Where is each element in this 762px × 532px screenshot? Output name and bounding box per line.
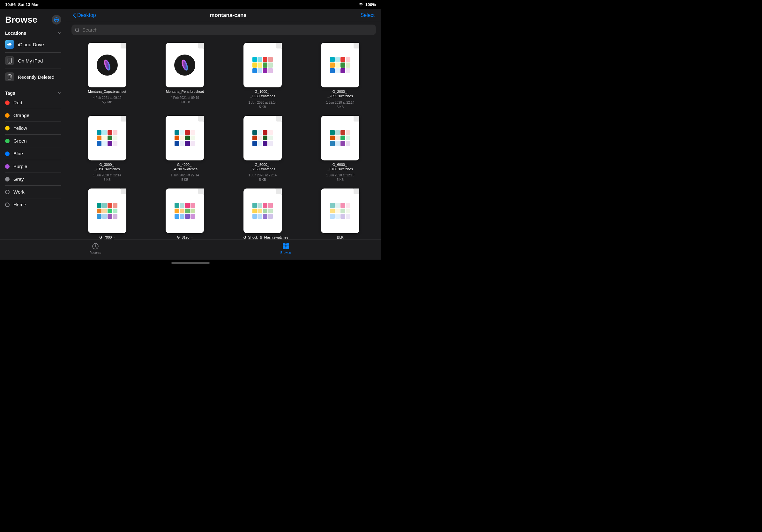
- status-bar: 10:56 Sat 13 Mar 100%: [0, 0, 381, 9]
- file-thumbnail: [329, 127, 351, 149]
- sidebar-item-purple[interactable]: Purple: [0, 161, 66, 172]
- swatch-cell: [113, 130, 117, 135]
- swatch-cell: [97, 130, 102, 135]
- svg-point-1: [55, 20, 56, 20]
- tab-browse[interactable]: Browse: [273, 242, 299, 254]
- sidebar-item-yellow[interactable]: Yellow: [0, 122, 66, 134]
- swatch-cell: [341, 68, 345, 73]
- swatch-cell: [346, 136, 351, 140]
- file-item-1[interactable]: Montana_Caps.brushset 4 Feb 2021 at 09:1…: [71, 43, 143, 109]
- recents-icon: [92, 242, 99, 250]
- swatch-cell: [346, 214, 351, 219]
- yellow-label: Yellow: [13, 125, 27, 131]
- sidebar-item-blue[interactable]: Blue: [0, 148, 66, 159]
- swatch-cell: [253, 141, 257, 146]
- sidebar-item-green[interactable]: Green: [0, 135, 66, 146]
- tab-recents[interactable]: Recents: [83, 242, 108, 254]
- swatch-cell: [97, 209, 102, 213]
- swatch-cell: [341, 130, 345, 135]
- swatch-cell: [102, 209, 107, 213]
- swatch-cell: [346, 68, 351, 73]
- svg-point-3: [57, 20, 58, 20]
- locations-section-header[interactable]: Locations: [0, 28, 66, 37]
- file-name: G_2000_-_2095.swatches: [321, 89, 359, 99]
- swatch-cell: [341, 141, 345, 146]
- swatch-cell: [336, 136, 340, 140]
- swatch-cell: [258, 203, 262, 208]
- swatch-cell: [97, 141, 102, 146]
- search-input[interactable]: [71, 25, 376, 35]
- swatches-thumbnail: [330, 57, 350, 73]
- swatch-cell: [113, 141, 117, 146]
- tags-section-header[interactable]: Tags: [0, 88, 66, 97]
- file-item-6[interactable]: G_4000_-_4190.swatches 1 Jun 2020 at 22:…: [149, 116, 221, 182]
- swatch-cell: [336, 62, 340, 67]
- swatch-cell: [336, 68, 340, 73]
- swatch-cell: [330, 68, 335, 73]
- file-item-5[interactable]: G_3000_-_3190.swatches 1 Jun 2020 at 22:…: [71, 116, 143, 182]
- blue-dot: [5, 152, 10, 156]
- swatch-cell: [180, 214, 185, 219]
- file-meta: 4 Feb 2021 at 09:19860 KB: [170, 96, 199, 104]
- file-item-9[interactable]: G_7000_-_8190.swatches 1 Jun 2020 at 22:…: [71, 188, 143, 239]
- swatch-cell: [263, 68, 268, 73]
- swatches-thumbnail: [97, 130, 117, 146]
- file-item-2[interactable]: Montana_Pens.brushset 4 Feb 2021 at 09:1…: [149, 43, 221, 109]
- file-item-12[interactable]: BLK Power_&_l....swatches 1 Jun 2020 at …: [305, 188, 376, 239]
- red-label: Red: [13, 100, 22, 105]
- sidebar-item-icloud[interactable]: iCloud Drive: [0, 37, 66, 52]
- swatch-cell: [268, 214, 273, 219]
- swatches-thumbnail: [330, 203, 350, 219]
- sidebar-item-work[interactable]: Work: [0, 186, 66, 197]
- file-item-8[interactable]: G_6000_-_6160.swatches 1 Jun 2020 at 22:…: [305, 116, 376, 182]
- nav-bar: Desktop montana-cans Select: [66, 9, 381, 22]
- swatch-cell: [268, 203, 273, 208]
- sidebar-item-gray[interactable]: Gray: [0, 173, 66, 185]
- swatch-cell: [108, 141, 112, 146]
- sidebar-item-orange[interactable]: Orange: [0, 110, 66, 121]
- more-button[interactable]: [52, 15, 61, 25]
- nav-title: montana-cans: [210, 12, 246, 19]
- swatch-cell: [336, 141, 340, 146]
- green-dot: [5, 139, 10, 143]
- swatch-cell: [180, 136, 185, 140]
- sidebar-item-red[interactable]: Red: [0, 97, 66, 108]
- swatch-cell: [185, 203, 190, 208]
- file-item-11[interactable]: G_Shock_&_Flash.swatches 1 Jun 2020 at 2…: [227, 188, 298, 239]
- sidebar-item-recently-deleted[interactable]: Recently Deleted: [0, 70, 66, 84]
- file-item-3[interactable]: G_1000_-_1180.swatches 1 Jun 2020 at 22:…: [227, 43, 298, 109]
- swatch-cell: [330, 130, 335, 135]
- file-icon: [321, 116, 359, 161]
- swatch-cell: [253, 57, 257, 62]
- back-button[interactable]: Desktop: [73, 13, 96, 18]
- divider: [5, 160, 61, 160]
- swatches-thumbnail: [253, 130, 273, 146]
- icloud-label: iCloud Drive: [18, 42, 44, 47]
- sidebar: Browse Locations: [0, 9, 66, 239]
- swatch-cell: [268, 57, 273, 62]
- file-thumbnail: [329, 200, 351, 222]
- svg-rect-16: [286, 243, 289, 245]
- swatch-cell: [258, 68, 262, 73]
- file-item-10[interactable]: G_8195_-_8205.swatches 1 Jun 2020 at 22:…: [149, 188, 221, 239]
- select-button[interactable]: Select: [360, 13, 375, 18]
- tab-bar: Recents Browse: [0, 239, 381, 260]
- file-item-7[interactable]: G_5000_-_5160.swatches 1 Jun 2020 at 22:…: [227, 116, 298, 182]
- main-content: Desktop montana-cans Select: [66, 9, 381, 239]
- file-item-4[interactable]: G_2000_-_2095.swatches 1 Jun 2020 at 22:…: [305, 43, 376, 109]
- file-name: BLK Power_&_l....swatches: [321, 235, 359, 239]
- sidebar-item-home[interactable]: Home: [0, 199, 66, 210]
- divider: [5, 198, 61, 198]
- swatch-cell: [330, 57, 335, 62]
- file-name: Montana_Caps.brushset: [88, 89, 126, 94]
- sidebar-item-ipad[interactable]: On My iPad: [0, 53, 66, 68]
- swatch-cell: [341, 203, 345, 208]
- swatch-cell: [263, 209, 268, 213]
- swatch-cell: [263, 141, 268, 146]
- swatch-cell: [185, 130, 190, 135]
- swatch-cell: [190, 130, 195, 135]
- swatch-cell: [185, 209, 190, 213]
- file-meta: 1 Jun 2020 at 22:145 KB: [326, 100, 354, 109]
- file-icon: [321, 43, 359, 87]
- swatch-cell: [330, 203, 335, 208]
